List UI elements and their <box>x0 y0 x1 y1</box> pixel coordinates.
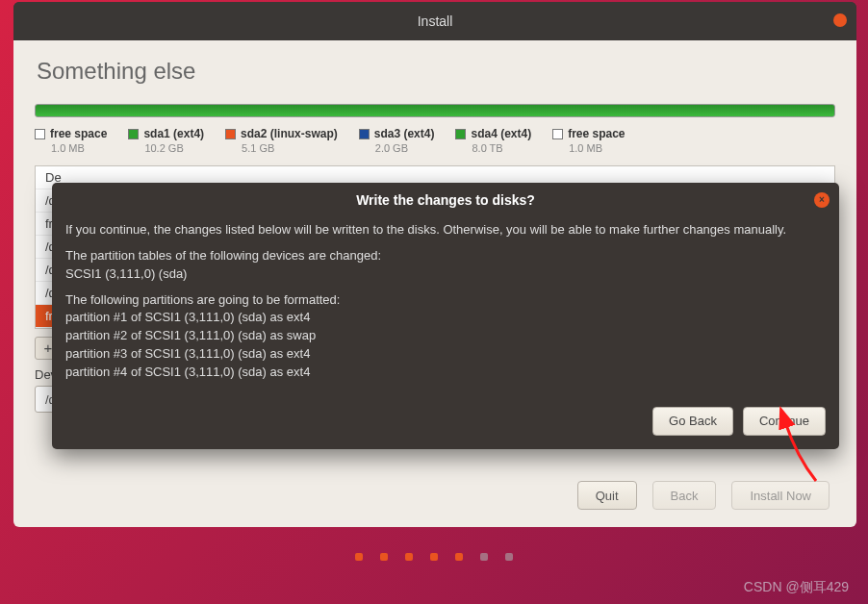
legend-item: sda3 (ext4)2.0 GB <box>359 127 435 154</box>
step-dots <box>0 553 868 561</box>
continue-button[interactable]: Continue <box>743 407 826 436</box>
disk-usage-bar <box>35 104 835 117</box>
legend-item: free space1.0 MB <box>552 127 625 154</box>
footer-buttons: Quit Back Install Now <box>577 481 830 510</box>
dot <box>355 553 363 561</box>
dialog-intro: If you continue, the changes listed belo… <box>65 221 826 239</box>
dot <box>430 553 438 561</box>
window-title: Install <box>418 13 453 29</box>
watermark: CSDN @侧耳429 <box>744 579 849 596</box>
dialog-body: If you continue, the changes listed belo… <box>52 217 839 399</box>
dot <box>380 553 388 561</box>
legend-item: sda2 (linux-swap)5.1 GB <box>225 127 338 154</box>
dot <box>455 553 463 561</box>
dot <box>405 553 413 561</box>
install-now-button[interactable]: Install Now <box>731 481 830 510</box>
dialog-buttons: Go Back Continue <box>52 399 839 449</box>
back-button[interactable]: Back <box>652 481 717 510</box>
titlebar: Install <box>13 2 856 40</box>
dialog-title-text: Write the changes to disks? <box>356 192 535 208</box>
tables-heading: The partition tables of the following de… <box>65 248 381 263</box>
legend-item: sda4 (ext4)8.0 TB <box>455 127 531 154</box>
close-icon[interactable]: × <box>814 192 830 208</box>
dialog-title: Write the changes to disks? × <box>52 183 839 217</box>
legend-item: sda1 (ext4)10.2 GB <box>128 127 204 154</box>
tables-list: SCSI1 (3,111,0) (sda) <box>65 266 187 281</box>
legend-item: free space1.0 MB <box>35 127 107 154</box>
format-heading: The following partitions are going to be… <box>65 292 340 307</box>
page-title: Something else <box>13 40 856 98</box>
close-icon[interactable] <box>833 13 847 27</box>
quit-button[interactable]: Quit <box>577 481 637 510</box>
confirm-dialog: Write the changes to disks? × If you con… <box>52 183 839 449</box>
dot <box>505 553 513 561</box>
partition-legend: free space1.0 MBsda1 (ext4)10.2 GBsda2 (… <box>13 121 856 164</box>
dot <box>480 553 488 561</box>
format-list: partition #1 of SCSI1 (3,111,0) (sda) as… <box>65 310 316 379</box>
go-back-button[interactable]: Go Back <box>652 407 733 436</box>
